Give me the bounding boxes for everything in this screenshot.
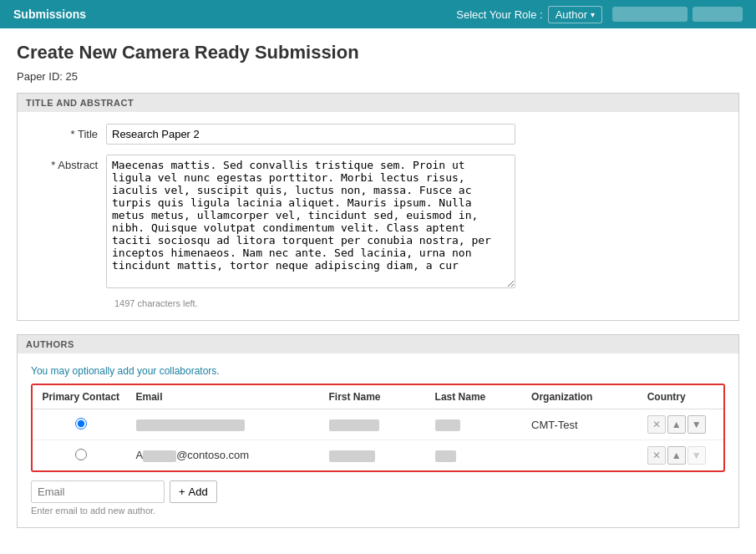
email-value-2: A@contoso.com xyxy=(136,449,250,461)
authors-table: Primary Contact Email First Name Last Na… xyxy=(33,385,723,470)
add-author-note: Enter email to add new author. xyxy=(31,506,725,516)
authors-section: AUTHORS You may optionally add your coll… xyxy=(17,334,739,528)
char-count: 1497 characters left. xyxy=(114,298,725,308)
move-up-author-2-button[interactable]: ▲ xyxy=(667,446,686,465)
abstract-textarea[interactable] xyxy=(106,155,515,288)
primary-contact-radio-2[interactable] xyxy=(75,449,87,460)
delete-author-2-button[interactable]: ✕ xyxy=(647,446,666,465)
submissions-link[interactable]: Submissions xyxy=(13,8,86,21)
primary-contact-cell-1 xyxy=(33,409,129,440)
lastname-cell-1 xyxy=(429,409,525,440)
role-dropdown-button[interactable]: Author ▾ xyxy=(548,6,602,23)
col-organization: Organization xyxy=(525,385,641,409)
primary-contact-radio-1[interactable] xyxy=(75,418,87,429)
col-email: Email xyxy=(129,385,322,409)
col-primary-contact: Primary Contact xyxy=(33,385,129,409)
authors-subtitle: You may optionally add your collaborator… xyxy=(31,365,725,377)
paper-id: Paper ID: 25 xyxy=(17,70,739,83)
user-name-blurred xyxy=(612,7,688,22)
title-abstract-section: TITLE AND ABSTRACT * Title * Abstract 14… xyxy=(17,93,739,321)
delete-author-1-button[interactable]: ✕ xyxy=(647,415,666,434)
org-cell-2 xyxy=(525,440,641,471)
title-abstract-body: * Title * Abstract 1497 characters left. xyxy=(18,112,738,320)
primary-contact-cell-2 xyxy=(33,440,129,471)
email-cell-2: A@contoso.com xyxy=(129,440,322,471)
add-author-button[interactable]: + Add xyxy=(170,480,217,503)
add-button-label: Add xyxy=(189,485,208,498)
role-label: Author xyxy=(556,8,587,21)
chevron-down-icon: ▾ xyxy=(591,10,595,19)
user-info-blurred xyxy=(693,7,743,22)
email-blurred-1 xyxy=(136,419,245,431)
lastname-blurred-2 xyxy=(435,450,456,462)
col-country: Country xyxy=(641,385,723,409)
authors-table-header-row: Primary Contact Email First Name Last Na… xyxy=(33,385,723,409)
org-cell-1: CMT-Test xyxy=(525,409,641,440)
paper-id-value: 25 xyxy=(66,70,78,83)
add-icon: + xyxy=(179,485,185,498)
country-cell-1: ✕ ▲ ▼ xyxy=(641,409,723,440)
action-btns-1: ✕ ▲ ▼ xyxy=(647,415,717,434)
firstname-blurred-1 xyxy=(329,419,379,431)
col-firstname: First Name xyxy=(322,385,429,409)
authors-table-body: CMT-Test ✕ ▲ ▼ xyxy=(33,409,723,471)
abstract-row: * Abstract xyxy=(31,155,725,288)
lastname-blurred-1 xyxy=(435,419,460,431)
table-row: A@contoso.com ✕ xyxy=(33,440,723,471)
lastname-cell-2 xyxy=(429,440,525,471)
header: Submissions Select Your Role : Author ▾ xyxy=(0,0,756,28)
move-up-author-1-button[interactable]: ▲ xyxy=(667,415,686,434)
add-author-row: + Add xyxy=(31,480,725,503)
select-role-label: Select Your Role : xyxy=(456,8,542,21)
firstname-cell-2 xyxy=(322,440,429,471)
firstname-cell-1 xyxy=(322,409,429,440)
page-content: Create New Camera Ready Submission Paper… xyxy=(0,28,756,554)
move-down-author-1-button[interactable]: ▼ xyxy=(688,415,706,434)
firstname-blurred-2 xyxy=(329,450,375,462)
authors-table-wrapper: Primary Contact Email First Name Last Na… xyxy=(31,384,725,472)
email-cell-1 xyxy=(129,409,322,440)
action-btns-2: ✕ ▲ ▼ xyxy=(647,446,717,465)
title-row: * Title xyxy=(31,124,725,145)
authors-header: AUTHORS xyxy=(18,335,738,353)
col-lastname: Last Name xyxy=(429,385,525,409)
authors-body: You may optionally add your collaborator… xyxy=(18,353,738,527)
country-cell-2: ✕ ▲ ▼ xyxy=(641,440,723,471)
abstract-label: * Abstract xyxy=(31,155,106,171)
table-row: CMT-Test ✕ ▲ ▼ xyxy=(33,409,723,440)
add-author-email-input[interactable] xyxy=(31,480,165,503)
page-title: Create New Camera Ready Submission xyxy=(17,42,739,64)
role-section: Select Your Role : Author ▾ xyxy=(456,6,602,23)
title-label: * Title xyxy=(31,124,106,140)
title-abstract-header: TITLE AND ABSTRACT xyxy=(18,94,738,112)
move-down-author-2-disabled: ▼ xyxy=(688,446,706,465)
authors-table-head: Primary Contact Email First Name Last Na… xyxy=(33,385,723,409)
paper-id-label: Paper ID: xyxy=(17,70,63,83)
title-input[interactable] xyxy=(106,124,515,145)
